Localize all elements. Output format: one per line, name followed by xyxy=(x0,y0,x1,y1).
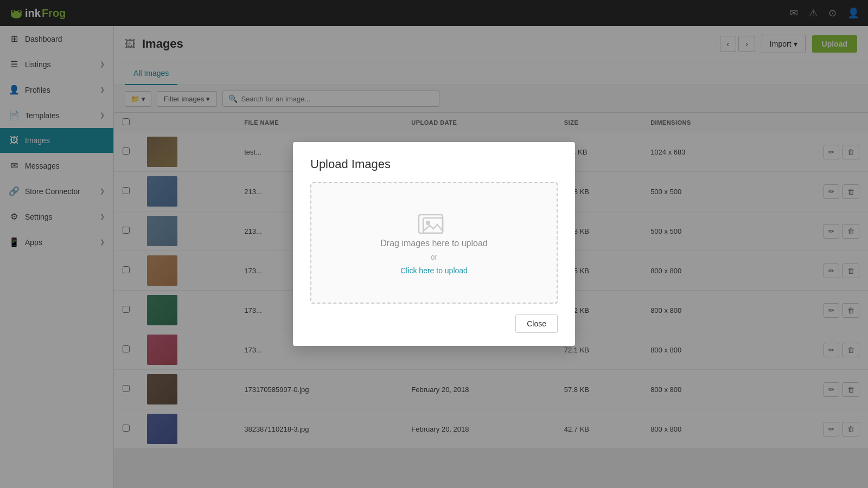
upload-image-icon xyxy=(322,210,546,239)
upload-modal: Upload Images Drag images here to upload… xyxy=(293,142,575,346)
svg-point-7 xyxy=(426,221,430,225)
modal-title: Upload Images xyxy=(310,157,558,171)
svg-rect-6 xyxy=(423,218,443,233)
click-upload-link[interactable]: Click here to upload xyxy=(400,266,468,275)
upload-drop-zone[interactable]: Drag images here to upload or Click here… xyxy=(310,182,558,304)
modal-overlay[interactable]: Upload Images Drag images here to upload… xyxy=(0,0,868,488)
drag-text: Drag images here to upload xyxy=(322,239,546,248)
modal-footer: Close xyxy=(310,314,558,333)
close-button[interactable]: Close xyxy=(515,314,558,333)
or-text: or xyxy=(322,253,546,261)
